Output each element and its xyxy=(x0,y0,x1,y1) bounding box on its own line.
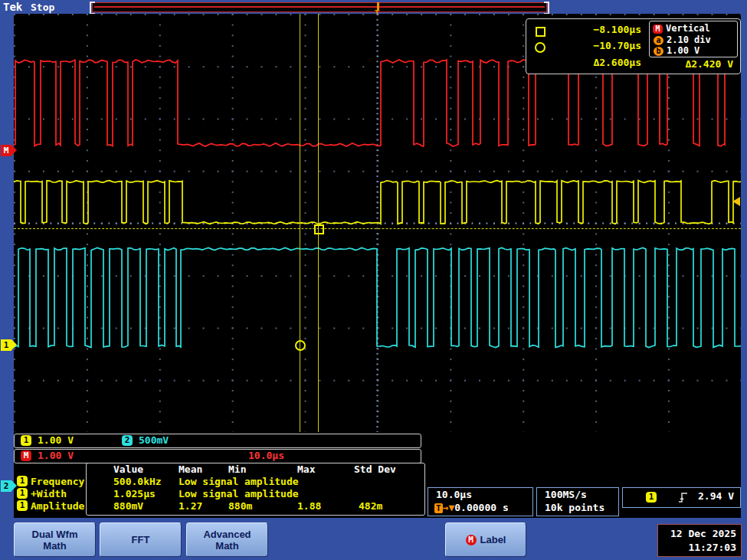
row2-source-badge: 1 xyxy=(17,488,28,499)
record-bracket-left-icon xyxy=(90,2,95,15)
square-cursor-icon xyxy=(536,27,546,37)
trigger-source-badge: 1 xyxy=(646,492,657,503)
row3-value: 880mV xyxy=(113,500,143,512)
channel-scale-bar: 1 1.00 V 2 500mV xyxy=(14,434,421,448)
circle-cursor-value: −10.70µs xyxy=(549,40,641,51)
math-time-scale: 10.0µs xyxy=(248,450,284,461)
header-mean: Mean xyxy=(179,463,202,475)
oscilloscope-screen: Tek Stop T M 1 2 −8.100µs −10.70µs Δ2.60… xyxy=(0,0,747,560)
row3-min: 880m xyxy=(228,500,252,512)
cursor-delta-time: Δ2.600µs xyxy=(542,57,641,68)
row3-name: Amplitude xyxy=(31,500,84,512)
label-button[interactable]: M Label xyxy=(445,522,526,557)
header-stddev: Std Dev xyxy=(354,463,396,475)
row1-value: 500.0kHz xyxy=(113,476,162,487)
vertical-title: Vertical xyxy=(666,23,710,34)
math-source-badge: M xyxy=(653,25,663,34)
rising-edge-icon xyxy=(678,492,688,503)
cursor-b-value: 1.00 V xyxy=(667,45,699,56)
math-marker-label: M xyxy=(4,146,9,156)
ch2-scale: 500mV xyxy=(139,434,169,446)
measurement-headers: Value Mean Min Max Std Dev xyxy=(0,463,747,475)
date-text: 12 Dec 2025 xyxy=(663,527,736,541)
square-cursor-value: −8.100µs xyxy=(549,24,641,35)
row3-stddev: 482m xyxy=(359,500,382,512)
row2-name: +Width xyxy=(31,488,67,499)
datetime-box: 12 Dec 2025 11:27:03 xyxy=(657,524,742,557)
time-text: 11:27:03 xyxy=(663,541,736,555)
row1-source-badge: 1 xyxy=(17,476,28,486)
cursor-square-marker-icon[interactable] xyxy=(314,224,324,234)
trigger-readout-box: 1 2.94 V xyxy=(622,487,741,508)
trigger-t-badge: T xyxy=(434,503,443,513)
header-max: Max xyxy=(297,463,315,475)
row3-source-badge: 1 xyxy=(17,500,28,511)
math-scale: 1.00 V xyxy=(38,450,74,461)
math-channel-marker[interactable]: M xyxy=(1,145,11,156)
measurement-row: 1 Frequency 500.0kHz Low signal amplitud… xyxy=(0,476,747,487)
tek-logo: Tek xyxy=(3,1,22,13)
math-scale-bar: M 1.00 V 10.0µs xyxy=(14,449,421,463)
vertical-cursor-box: MVertical a2.10 div b1.00 V xyxy=(649,21,738,57)
fft-button[interactable]: FFT xyxy=(100,522,182,557)
row2-note: Low signal amplitude xyxy=(179,488,299,499)
ch1-badge[interactable]: 1 xyxy=(21,435,31,446)
ch1-scale: 1.00 V xyxy=(38,434,74,446)
math-badge[interactable]: M xyxy=(21,450,31,461)
circle-cursor-icon xyxy=(535,42,546,53)
sample-rate: 100MS/s xyxy=(545,489,587,500)
record-length: 10k points xyxy=(545,502,604,513)
header-min: Min xyxy=(228,463,246,475)
trigger-position-value: 0.00000 s xyxy=(454,502,508,513)
ch2-badge[interactable]: 2 xyxy=(122,435,133,446)
cursor-a-value: 2.10 div xyxy=(667,34,711,45)
trigger-level-arrow-icon[interactable] xyxy=(732,197,740,206)
record-bracket-right-icon xyxy=(544,2,549,15)
label-button-text: Label xyxy=(480,534,506,545)
cursor-readout-box: −8.100µs −10.70µs Δ2.600µs MVertical a2.… xyxy=(526,18,741,74)
trigger-level-value: 2.94 V xyxy=(698,490,734,502)
cursor-circle-vertical-line[interactable] xyxy=(300,14,300,432)
acquisition-preview-bar[interactable] xyxy=(92,2,547,12)
math-label-badge: M xyxy=(466,535,477,545)
horizontal-readout-box: 10.0µs T→▼0.00000 s xyxy=(428,487,533,516)
record-waveform-line xyxy=(94,6,545,8)
row3-max: 1.88 xyxy=(297,500,321,512)
acquisition-readout-box: 100MS/s 10k points xyxy=(536,487,619,516)
ch1-position-marker[interactable]: 1 xyxy=(1,339,11,351)
row1-note: Low signal amplitude xyxy=(179,476,299,487)
row1-name: Frequency xyxy=(31,476,84,487)
cursor-circle-marker-icon[interactable] xyxy=(295,340,306,351)
cursor-b-horizontal-dashed-line[interactable] xyxy=(14,228,741,229)
acquisition-status: Stop xyxy=(31,2,54,13)
row2-value: 1.025µs xyxy=(113,488,156,499)
advanced-math-button[interactable]: Advanced Math xyxy=(186,522,268,557)
cursor-b-badge: b xyxy=(654,47,663,56)
trigger-position-arrows-icon: →▼ xyxy=(443,502,455,513)
time-per-div: 10.0µs xyxy=(436,489,472,500)
ch1-marker-label: 1 xyxy=(4,340,9,350)
graticule-center-vertical-axis xyxy=(376,14,378,432)
cursor-delta-voltage: Δ2.420 V xyxy=(641,58,733,70)
cursor-square-vertical-line[interactable] xyxy=(318,14,319,432)
dual-wfm-math-button[interactable]: Dual Wfm Math xyxy=(14,522,96,557)
header-value: Value xyxy=(113,463,143,475)
row3-mean: 1.27 xyxy=(179,500,202,512)
cursor-a-badge: a xyxy=(654,36,663,45)
